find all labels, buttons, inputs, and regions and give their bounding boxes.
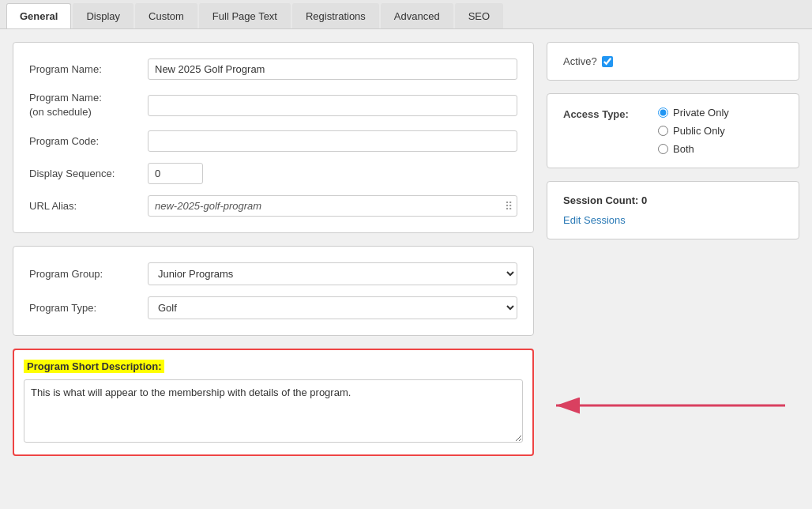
right-column: Active? Access Type: Private Only Public…	[547, 42, 799, 491]
tab-seo[interactable]: SEO	[455, 3, 503, 28]
display-sequence-row: Display Sequence:	[29, 163, 517, 184]
active-label: Active?	[563, 55, 597, 67]
access-type-row: Access Type: Private Only Public Only Bo…	[563, 107, 783, 155]
program-code-label: Program Code:	[29, 135, 148, 147]
main-content: Program Name: Program Name: (on schedule…	[0, 29, 812, 503]
radio-public-label: Public Only	[673, 125, 725, 137]
session-count-card: Session Count: 0 Edit Sessions	[547, 181, 799, 239]
program-type-select[interactable]: Golf Tennis Swimming Fitness	[148, 296, 517, 319]
description-textarea[interactable]: This is what will appear to the membersh…	[24, 379, 523, 443]
group-type-card: Program Group: Junior Programs Adult Pro…	[13, 246, 534, 336]
url-alias-input[interactable]	[148, 195, 517, 217]
program-group-row: Program Group: Junior Programs Adult Pro…	[29, 262, 517, 285]
active-card: Active?	[547, 42, 799, 81]
tab-full-page-text[interactable]: Full Page Text	[199, 3, 291, 28]
program-name-schedule-row: Program Name: (on schedule)	[29, 91, 517, 119]
radio-private-input[interactable]	[658, 107, 668, 118]
tab-general[interactable]: General	[6, 3, 71, 28]
program-type-row: Program Type: Golf Tennis Swimming Fitne…	[29, 296, 517, 319]
radio-both-input[interactable]	[658, 144, 668, 154]
radio-public-input[interactable]	[658, 126, 668, 136]
program-type-label: Program Type:	[29, 302, 148, 314]
radio-private-label: Private Only	[673, 107, 729, 119]
program-name-row: Program Name:	[29, 58, 517, 80]
radio-private-only[interactable]: Private Only	[658, 107, 729, 119]
tab-advanced[interactable]: Advanced	[381, 3, 453, 28]
program-name-schedule-label: Program Name: (on schedule)	[29, 91, 148, 119]
url-alias-row: URL Alias: ⠿	[29, 195, 517, 217]
program-code-input[interactable]	[148, 130, 517, 152]
program-code-row: Program Code:	[29, 130, 517, 152]
program-name-schedule-input[interactable]	[148, 95, 517, 116]
program-group-select[interactable]: Junior Programs Adult Programs Senior Pr…	[148, 262, 517, 285]
tab-registrations[interactable]: Registrations	[292, 3, 379, 28]
access-type-radio-group: Private Only Public Only Both	[658, 107, 729, 155]
session-count-text: Session Count: 0	[563, 194, 783, 206]
url-alias-wrapper: ⠿	[148, 195, 517, 217]
url-alias-icon: ⠿	[505, 200, 513, 213]
radio-both[interactable]: Both	[658, 143, 729, 155]
description-title: Program Short Description:	[24, 360, 164, 373]
radio-public-only[interactable]: Public Only	[658, 125, 729, 137]
tab-display[interactable]: Display	[73, 3, 133, 28]
url-alias-label: URL Alias:	[29, 200, 148, 212]
tab-custom[interactable]: Custom	[135, 3, 197, 28]
program-name-label: Program Name:	[29, 63, 148, 75]
general-fields-card: Program Name: Program Name: (on schedule…	[13, 42, 534, 233]
active-checkbox[interactable]	[602, 56, 613, 67]
access-type-label: Access Type:	[563, 107, 658, 120]
edit-sessions-link[interactable]: Edit Sessions	[563, 214, 626, 226]
display-sequence-input[interactable]	[148, 163, 203, 184]
program-group-label: Program Group:	[29, 268, 148, 280]
access-type-card: Access Type: Private Only Public Only Bo…	[547, 93, 799, 168]
tab-bar: General Display Custom Full Page Text Re…	[0, 0, 812, 29]
radio-both-label: Both	[673, 143, 694, 155]
left-column: Program Name: Program Name: (on schedule…	[13, 42, 534, 491]
program-name-input[interactable]	[148, 58, 517, 80]
description-card: Program Short Description: This is what …	[13, 349, 534, 456]
display-sequence-label: Display Sequence:	[29, 168, 148, 179]
